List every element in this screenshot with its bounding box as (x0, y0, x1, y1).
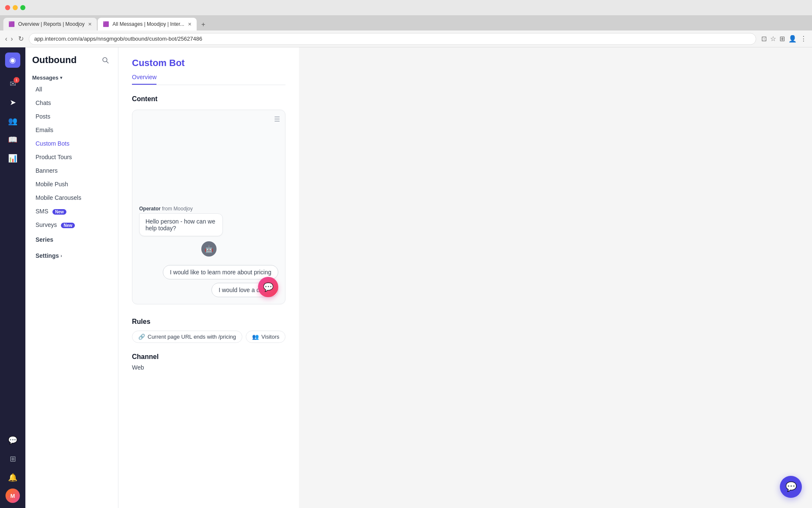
channel-section: Channel Web (132, 353, 285, 371)
channel-title: Channel (132, 353, 285, 361)
cast-icon[interactable]: ⊡ (761, 35, 767, 43)
left-nav-title: Outbound (32, 55, 77, 66)
nav-item-surveys[interactable]: Surveys New (29, 218, 115, 231)
surveys-new-badge: New (61, 223, 75, 228)
reports-icon: 📊 (8, 154, 17, 163)
search-button[interactable] (99, 54, 111, 66)
chat-messages: Operator from Moodjoy Hello person - how… (139, 206, 278, 297)
tab1-close-icon[interactable]: ✕ (88, 22, 92, 27)
operator-name: Operator (139, 206, 161, 212)
bot-icon: 🤖 (201, 241, 217, 257)
rule-tag-url-label: Current page URL ends with /pricing (148, 334, 236, 340)
svg-line-1 (107, 61, 108, 63)
reply-options: I would like to learn more about pricing… (139, 265, 278, 297)
rules-title: Rules (132, 318, 285, 326)
messages-badge: 1 (14, 77, 19, 83)
rule-tag-url[interactable]: 🔗 Current page URL ends with /pricing (132, 331, 242, 343)
app-logo[interactable]: ◉ (5, 52, 20, 68)
nav-settings[interactable]: Settings › (29, 249, 115, 262)
sidebar-item-messages[interactable]: ✉ 1 (5, 76, 20, 91)
outbound-icon: ➤ (10, 98, 16, 107)
nav-item-custom-bots[interactable]: Custom Bots (29, 137, 115, 150)
browser-tab-2[interactable]: 🟪 All Messages | Moodjoy | Inter... ✕ (98, 18, 197, 30)
rules-section: Rules 🔗 Current page URL ends with /pric… (132, 318, 285, 343)
tab1-label: Overview | Reports | Moodjoy (18, 21, 85, 27)
messages-section-label[interactable]: Messages ▾ (25, 73, 118, 83)
rule-tag-visitors-label: Visitors (261, 334, 279, 340)
nav-item-mobile-push[interactable]: Mobile Push (29, 178, 115, 190)
new-tab-button[interactable]: + (198, 19, 209, 30)
rules-tags: 🔗 Current page URL ends with /pricing 👥 … (132, 331, 285, 343)
rule-tag-visitors[interactable]: 👥 Visitors (246, 331, 285, 343)
support-fab[interactable]: 💬 (780, 476, 802, 498)
menu-icon[interactable]: ⋮ (800, 35, 807, 43)
profile-icon[interactable]: 👤 (788, 35, 797, 43)
nav-item-product-tours[interactable]: Product Tours (29, 151, 115, 163)
operator-message: Operator from Moodjoy Hello person - how… (139, 206, 223, 236)
url-bar[interactable]: app.intercom.com/a/apps/nnsgmgob/outboun… (29, 33, 756, 45)
visitors-icon: 👥 (252, 334, 259, 340)
address-bar: ‹ › ↻ app.intercom.com/a/apps/nnsgmgob/o… (0, 30, 812, 47)
close-window-button[interactable] (5, 5, 10, 10)
nav-item-chats[interactable]: Chats (29, 97, 115, 109)
sidebar-item-apps[interactable]: ⊞ (5, 451, 20, 467)
operator-from: from Moodjoy (162, 206, 193, 212)
reply-option-1[interactable]: I would like to learn more about pricing (163, 265, 279, 279)
sidebar-item-outbound[interactable]: ➤ (5, 95, 20, 110)
settings-chevron-icon: › (60, 254, 62, 258)
app-logo-icon: ◉ (9, 55, 16, 65)
tab-overview[interactable]: Overview (132, 70, 156, 85)
traffic-lights (5, 5, 25, 10)
sidebar-item-notifications[interactable]: 🔔 (5, 470, 20, 485)
sidebar-item-reports[interactable]: 📊 (5, 151, 20, 166)
back-button[interactable]: ‹ (5, 35, 7, 43)
sms-new-badge: New (52, 209, 66, 215)
tabs-bar: Overview (132, 70, 285, 85)
nav-item-banners[interactable]: Banners (29, 164, 115, 177)
chat-icon: 💬 (8, 436, 17, 445)
url-text: app.intercom.com/a/apps/nnsgmgob/outboun… (34, 36, 202, 42)
extension-icon[interactable]: ⊞ (779, 35, 785, 43)
browser-tabs-bar: 🟪 Overview | Reports | Moodjoy ✕ 🟪 All M… (0, 15, 812, 30)
apps-icon: ⊞ (10, 454, 16, 464)
left-nav: Outbound Messages ▾ All Chats Posts Emai… (25, 47, 118, 508)
page-title: Custom Bot (132, 58, 285, 69)
nav-item-mobile-carousels[interactable]: Mobile Carousels (29, 191, 115, 204)
refresh-button[interactable]: ↻ (18, 35, 24, 43)
chat-fab-icon: 💬 (263, 282, 274, 292)
nav-item-emails[interactable]: Emails (29, 124, 115, 136)
sidebar-item-chat[interactable]: 💬 (5, 433, 20, 448)
tab2-favicon: 🟪 (103, 21, 109, 27)
titlebar (0, 0, 812, 15)
chat-preview: ☰ Operator from Moodjoy Hello person - h… (132, 110, 285, 304)
nav-item-all[interactable]: All (29, 83, 115, 96)
nav-item-posts[interactable]: Posts (29, 110, 115, 123)
tab1-favicon: 🟪 (8, 21, 15, 27)
main-content: Custom Bot Overview Content ☰ Operator f… (118, 47, 299, 508)
nav-series[interactable]: Series (29, 233, 115, 246)
tab2-label: All Messages | Moodjoy | Inter... (112, 21, 184, 27)
bot-emoji-icon: 🤖 (205, 245, 213, 253)
nav-arrows: ‹ › (5, 35, 13, 43)
operator-label: Operator from Moodjoy (139, 206, 223, 212)
sidebar-bottom: 💬 ⊞ 🔔 M (5, 433, 20, 503)
contacts-icon: 👥 (8, 116, 17, 126)
avatar[interactable]: M (5, 489, 20, 503)
bookmark-icon[interactable]: ☆ (770, 35, 776, 43)
forward-button[interactable]: › (11, 35, 13, 43)
browser-tab-1[interactable]: 🟪 Overview | Reports | Moodjoy ✕ (3, 18, 97, 30)
sidebar-item-knowledge[interactable]: 📖 (5, 132, 20, 147)
app-sidebar: ◉ ✉ 1 ➤ 👥 📖 📊 💬 ⊞ 🔔 M (0, 47, 25, 508)
sidebar-item-contacts[interactable]: 👥 (5, 113, 20, 129)
nav-item-sms[interactable]: SMS New (29, 205, 115, 218)
channel-value: Web (132, 364, 285, 371)
messages-label: Messages (32, 75, 58, 81)
browser-chrome: 🟪 Overview | Reports | Moodjoy ✕ 🟪 All M… (0, 0, 812, 47)
maximize-window-button[interactable] (20, 5, 25, 10)
support-fab-icon: 💬 (785, 481, 797, 492)
tab2-close-icon[interactable]: ✕ (188, 22, 192, 27)
minimize-window-button[interactable] (13, 5, 18, 10)
chat-menu-icon[interactable]: ☰ (274, 115, 280, 123)
knowledge-icon: 📖 (8, 135, 17, 144)
content-section-title: Content (132, 95, 285, 103)
